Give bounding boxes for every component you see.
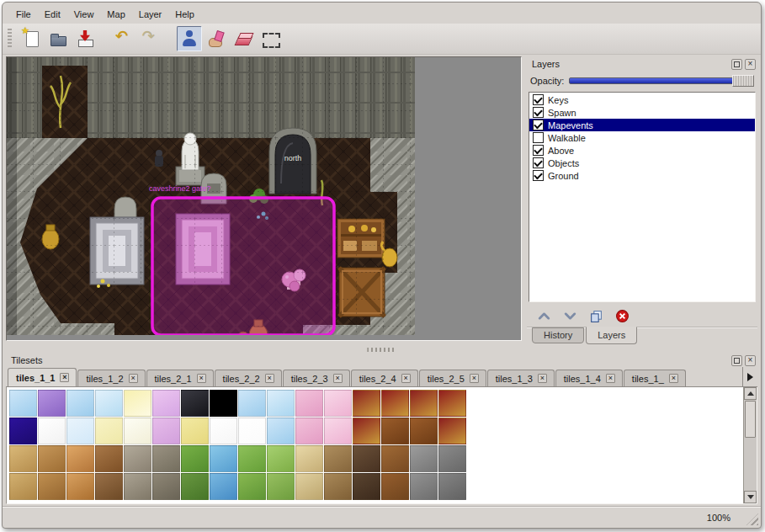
layer-visibility-checkbox[interactable] xyxy=(533,132,544,143)
close-tab-icon[interactable]: × xyxy=(538,374,547,383)
tile-1-15[interactable] xyxy=(438,418,466,444)
eraser-tool-button[interactable] xyxy=(231,26,256,51)
tile-1-9[interactable] xyxy=(267,418,295,444)
tile-1-4[interactable] xyxy=(124,418,151,444)
tile-3-12[interactable] xyxy=(353,473,380,500)
opacity-slider[interactable] xyxy=(569,74,754,88)
tile-2-14[interactable] xyxy=(410,445,438,472)
tile-2-13[interactable] xyxy=(381,445,409,472)
float-tilesets-button[interactable] xyxy=(731,355,742,366)
tile-1-8[interactable] xyxy=(238,418,266,444)
close-tab-icon[interactable]: × xyxy=(470,374,479,383)
tile-1-10[interactable] xyxy=(295,418,323,444)
tile-0-4[interactable] xyxy=(124,390,151,417)
layer-visibility-checkbox[interactable] xyxy=(533,145,544,156)
map-splitter[interactable] xyxy=(3,346,761,354)
tile-1-3[interactable] xyxy=(95,418,123,444)
tile-2-10[interactable] xyxy=(295,445,323,472)
tile-1-1[interactable] xyxy=(38,418,66,444)
layer-row-objects[interactable]: Objects xyxy=(529,157,755,169)
close-tab-icon[interactable]: × xyxy=(60,373,69,382)
close-tab-icon[interactable]: × xyxy=(197,374,206,383)
panel-tab-history[interactable]: History xyxy=(532,327,584,343)
close-tab-icon[interactable]: × xyxy=(129,374,138,383)
tile-1-5[interactable] xyxy=(152,418,180,444)
tile-2-15[interactable] xyxy=(438,445,466,472)
tileset-scrollbar[interactable] xyxy=(743,387,757,503)
menu-file[interactable]: File xyxy=(9,8,38,21)
tile-3-5[interactable] xyxy=(152,473,180,500)
layer-row-walkable[interactable]: Walkable xyxy=(529,131,755,144)
tile-0-12[interactable] xyxy=(353,390,380,417)
tile-0-2[interactable] xyxy=(66,390,94,417)
tile-2-0[interactable] xyxy=(9,445,37,472)
tile-1-7[interactable] xyxy=(210,418,237,444)
tile-0-8[interactable] xyxy=(238,390,266,417)
tile-1-11[interactable] xyxy=(324,418,352,444)
brush-tool-button[interactable] xyxy=(204,26,229,51)
menu-view[interactable]: View xyxy=(67,8,101,21)
stamp-tool-button[interactable] xyxy=(177,26,202,51)
menu-help[interactable]: Help xyxy=(168,8,201,21)
undo-button[interactable] xyxy=(111,26,136,51)
layer-row-mapevents[interactable]: Mapevents xyxy=(529,119,755,131)
tile-2-9[interactable] xyxy=(267,445,295,472)
delete-layer-button[interactable] xyxy=(615,309,630,323)
open-button[interactable] xyxy=(45,26,71,51)
menu-edit[interactable]: Edit xyxy=(38,8,67,21)
toolbar-grip[interactable] xyxy=(8,29,12,49)
opacity-slider-handle[interactable] xyxy=(732,75,754,87)
map-canvas[interactable]: north caveshrine2 gate? xyxy=(6,56,522,341)
tile-2-8[interactable] xyxy=(238,445,266,472)
tile-0-3[interactable] xyxy=(95,390,123,417)
float-panel-button[interactable] xyxy=(731,59,742,70)
layer-visibility-checkbox[interactable] xyxy=(533,107,544,118)
tile-2-12[interactable] xyxy=(353,445,380,472)
layer-row-keys[interactable]: Keys xyxy=(529,93,755,106)
scroll-tabs-right-button[interactable] xyxy=(742,367,757,386)
tile-2-4[interactable] xyxy=(124,445,151,472)
tile-3-6[interactable] xyxy=(181,473,209,500)
duplicate-layer-button[interactable] xyxy=(589,309,603,323)
scrollbar-track[interactable] xyxy=(744,439,757,491)
tile-1-14[interactable] xyxy=(410,418,438,444)
move-layer-down-button[interactable] xyxy=(563,309,577,323)
layer-row-above[interactable]: Above xyxy=(529,144,755,157)
tile-1-12[interactable] xyxy=(353,418,380,444)
scrollbar-thumb[interactable] xyxy=(745,401,756,438)
close-tab-icon[interactable]: × xyxy=(669,374,678,383)
tile-0-6[interactable] xyxy=(181,390,209,417)
close-panel-button[interactable]: × xyxy=(745,59,756,70)
panel-tab-layers[interactable]: Layers xyxy=(586,327,637,344)
tile-3-7[interactable] xyxy=(210,473,237,500)
tile-0-10[interactable] xyxy=(295,390,323,417)
splitter-grip-icon[interactable] xyxy=(367,348,396,352)
tile-1-13[interactable] xyxy=(381,418,409,444)
tile-1-0[interactable] xyxy=(9,418,37,444)
close-tilesets-button[interactable]: × xyxy=(745,355,756,366)
tileset-tab-tiles_1_1[interactable]: tiles_1_1× xyxy=(8,368,77,387)
tile-2-1[interactable] xyxy=(38,445,66,472)
tileset-tab-tiles_2_5[interactable]: tiles_2_5× xyxy=(419,370,486,386)
menu-map[interactable]: Map xyxy=(100,8,131,21)
tileset-tab-tiles_1_3[interactable]: tiles_1_3× xyxy=(487,370,555,386)
move-layer-up-button[interactable] xyxy=(537,309,551,323)
tileset-tab-tiles_1_2[interactable]: tiles_1_2× xyxy=(77,370,145,386)
tile-3-4[interactable] xyxy=(124,473,151,500)
close-tab-icon[interactable]: × xyxy=(606,374,615,383)
resize-grip-icon[interactable] xyxy=(746,513,758,525)
layer-row-spawn[interactable]: Spawn xyxy=(529,106,755,119)
tile-3-1[interactable] xyxy=(38,473,66,500)
tile-2-2[interactable] xyxy=(66,445,94,472)
tile-2-6[interactable] xyxy=(181,445,209,472)
tile-2-5[interactable] xyxy=(152,445,180,472)
tileset-tab-tiles_1_[interactable]: tiles_1_× xyxy=(624,370,686,386)
tile-3-14[interactable] xyxy=(410,473,438,500)
tile-0-9[interactable] xyxy=(267,390,295,417)
menu-layer[interactable]: Layer xyxy=(132,8,169,21)
tile-0-13[interactable] xyxy=(381,390,409,417)
tileset-tab-tiles_1_4[interactable]: tiles_1_4× xyxy=(555,370,623,386)
tileset-tab-tiles_2_1[interactable]: tiles_2_1× xyxy=(146,370,214,386)
tile-3-15[interactable] xyxy=(438,473,466,500)
layer-visibility-checkbox[interactable] xyxy=(533,170,544,181)
